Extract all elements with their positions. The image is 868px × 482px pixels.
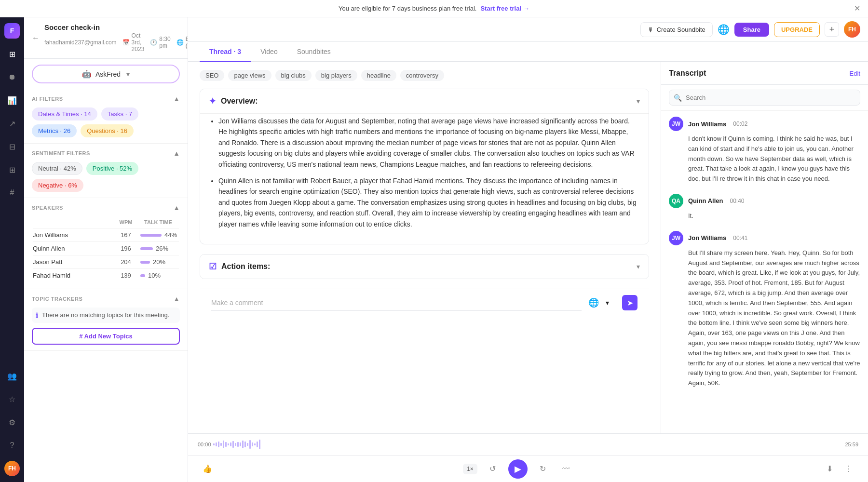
nav-hash-icon[interactable]: # <box>4 185 20 201</box>
askfred-button[interactable]: 🤖 AskFred ▾ <box>32 65 180 83</box>
nav-layers-icon[interactable]: ⊟ <box>4 139 20 154</box>
nav-help-icon[interactable]: ? <box>4 438 20 453</box>
speaker-row-jason: Jason Patt 204 20% <box>33 255 179 268</box>
nav-star-icon[interactable]: ☆ <box>4 391 20 407</box>
chip-seo[interactable]: SEO <box>200 70 224 81</box>
waveform-visualization <box>213 439 843 450</box>
meeting-header: ← Soccer check-in fahadhamid237@gmail.co… <box>24 17 188 59</box>
collapse-icon-sentiment: ▲ <box>173 149 180 157</box>
dropdown-arrow-icon: ▾ <box>126 70 130 78</box>
filter-tag-negative[interactable]: Negative · 6% <box>32 179 83 192</box>
topic-trackers-toggle[interactable]: TOPIC TRACKERS ▲ <box>32 295 180 303</box>
create-soundbite-button[interactable]: 🎙 Create Soundbite <box>640 22 713 37</box>
collapse-icon-speakers: ▲ <box>173 204 180 212</box>
forward-button[interactable]: ↻ <box>535 461 551 477</box>
dropdown-btn[interactable]: ▾ <box>606 299 617 307</box>
filter-tag-positive[interactable]: Positive · 52% <box>86 162 138 175</box>
playback-speed-button[interactable]: 1× <box>463 464 477 474</box>
nav-chart-icon[interactable]: 📊 <box>4 93 20 108</box>
speaker-time-3: 00:41 <box>733 235 747 241</box>
speaker-wpm-quinn: 196 <box>111 245 140 252</box>
thread-content: SEO page views big clubs big players hea… <box>188 62 661 433</box>
more-options-button[interactable]: ⋮ <box>841 461 856 477</box>
back-button[interactable]: ← <box>32 34 40 42</box>
speaker-name-fahad: Fahad Hamid <box>33 272 111 279</box>
thumbs-up-button[interactable]: 👍 <box>200 461 215 477</box>
nav-settings-icon[interactable]: ⚙ <box>4 415 20 430</box>
transcript-entry-2: QA Quinn Allen 00:40 It. <box>669 194 860 221</box>
close-banner-button[interactable]: ✕ <box>854 4 860 13</box>
filters-panel: ← Soccer check-in fahadhamid237@gmail.co… <box>24 17 188 482</box>
sentiment-filters-title: SENTIMENT FILTERS <box>32 150 90 156</box>
speakers-toggle[interactable]: SPEAKERS ▲ <box>32 204 180 212</box>
chip-controversy[interactable]: controversy <box>400 70 444 81</box>
comment-input[interactable] <box>211 295 582 311</box>
overview-list: Jon Williams discusses the data for Augu… <box>209 116 640 229</box>
speaker-row-quinn: Quinn Allen 196 26% <box>33 241 179 255</box>
action-items-collapse-icon: ▾ <box>637 263 640 270</box>
topic-trackers-title: TOPIC TRACKERS <box>32 296 82 302</box>
chip-big-players[interactable]: big players <box>315 70 357 81</box>
user-avatar-top[interactable]: FH <box>844 21 860 38</box>
filter-tag-neutral[interactable]: Neutral · 42% <box>32 162 82 175</box>
tab-soundbites[interactable]: Soundbites <box>287 42 340 62</box>
speaker-talk-fahad: 10% <box>140 272 179 279</box>
overview-header[interactable]: ✦ Overview: ▾ <box>200 89 649 113</box>
tab-video[interactable]: Video <box>251 42 287 62</box>
chip-big-clubs[interactable]: big clubs <box>275 70 312 81</box>
download-button[interactable]: ⬇ <box>822 461 837 477</box>
speaker-name-quinn: Quinn Allen <box>33 245 111 252</box>
sentiment-filters-toggle[interactable]: SENTIMENT FILTERS ▲ <box>32 149 180 157</box>
upgrade-button[interactable]: UPGRADE <box>774 22 820 37</box>
rewind-button[interactable]: ↺ <box>485 461 501 477</box>
add-topics-button[interactable]: # Add New Topics <box>32 328 180 345</box>
transcript-panel: Transcript Edit 🔍 JW Jon Williams <box>661 62 868 433</box>
nav-record-icon[interactable]: ⏺ <box>4 69 20 85</box>
nav-people-icon[interactable]: 👥 <box>4 368 20 384</box>
avatar-jon-1: JW <box>669 117 683 131</box>
speaker-talk-jason: 20% <box>140 258 179 266</box>
ai-topic-chips: SEO page views big clubs big players hea… <box>200 70 649 81</box>
tab-thread[interactable]: Thread · 3 <box>200 42 251 62</box>
filter-tag-questions[interactable]: Questions · 16 <box>81 124 134 137</box>
speakers-section: SPEAKERS ▲ WPM TALK TIME Jon Williams 16… <box>24 198 188 289</box>
speaker-label-2: Quinn Allen <box>688 197 723 204</box>
emoji-button[interactable]: 🌐 <box>586 295 601 310</box>
speaker-time-1: 00:02 <box>733 120 747 127</box>
sentiment-filters-section: SENTIMENT FILTERS ▲ Neutral · 42% Positi… <box>24 144 188 198</box>
transcript-search-input[interactable] <box>669 90 860 106</box>
send-comment-button[interactable]: ➤ <box>622 295 637 310</box>
talk-bar-jon <box>140 234 162 237</box>
nav-share-icon[interactable]: ↗ <box>4 116 20 131</box>
search-icon: 🔍 <box>674 94 682 102</box>
overview-collapse-icon: ▾ <box>637 97 640 105</box>
start-trial-link[interactable]: Start free trial → <box>480 5 529 12</box>
ai-filter-tags: Dates & Times · 14 Tasks · 7 Metrics · 2… <box>32 107 180 137</box>
filter-tag-dates[interactable]: Dates & Times · 14 <box>32 107 97 120</box>
nav-home-icon[interactable]: ⊞ <box>4 46 20 62</box>
waveform-button[interactable]: 〰 <box>558 461 574 477</box>
avatar-jon-2: JW <box>669 231 683 245</box>
user-avatar-nav[interactable]: FH <box>4 461 20 476</box>
soundbite-icon: 🎙 <box>648 26 654 33</box>
askfred-label: AskFred <box>95 70 121 78</box>
action-items-header[interactable]: ☑ Action items: ▾ <box>200 254 649 279</box>
current-time-display: 00:00 <box>198 442 211 447</box>
tabs-bar: Thread · 3 Video Soundbites <box>188 42 868 62</box>
transcript-edit-button[interactable]: Edit <box>850 70 860 77</box>
meeting-title: Soccer check-in <box>44 23 188 31</box>
chip-page-views[interactable]: page views <box>228 70 271 81</box>
add-button[interactable]: + <box>825 22 839 37</box>
speaker-row-3: JW Jon Williams 00:41 <box>669 231 860 245</box>
filter-tag-metrics[interactable]: Metrics · 26 <box>32 124 77 137</box>
nav-grid-icon[interactable]: ⊞ <box>4 162 20 177</box>
robot-icon: 🤖 <box>82 69 92 79</box>
chip-headline[interactable]: headline <box>361 70 396 81</box>
play-pause-button[interactable]: ▶ <box>508 459 528 479</box>
player-controls: 👍 1× ↺ ▶ ↻ 〰 ⬇ ⋮ <box>188 455 868 482</box>
share-button[interactable]: Share <box>734 23 769 37</box>
ai-filters-toggle[interactable]: AI FILTERS ▲ <box>32 95 180 103</box>
filter-tag-tasks[interactable]: Tasks · 7 <box>101 107 138 120</box>
globe-icon: 🌐 <box>718 24 730 35</box>
player-left-controls: 👍 <box>200 461 215 477</box>
